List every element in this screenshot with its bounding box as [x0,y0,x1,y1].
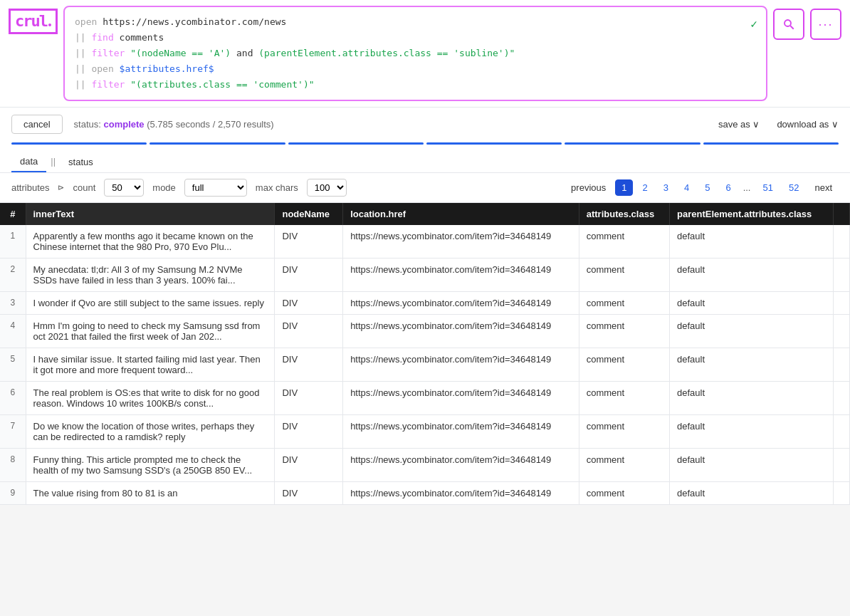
more-button[interactable]: ··· [810,9,841,40]
table-row: 9The value rising from 80 to 81 is anDIV… [0,482,850,505]
cmd-pipe-2: || [75,48,86,58]
col-header-parent-class[interactable]: parentElement.attributes.class [670,203,834,225]
row-inner-text: The value rising from 80 to 81 is an [26,482,275,505]
tab-bar: data || status [0,146,850,173]
max-chars-select[interactable]: 100 50 200 500 [307,179,347,197]
row-num: 1 [0,225,26,259]
row-inner-text: Hmm I'm going to need to check my Samsun… [26,315,275,348]
row-attributes-class: comment [579,259,669,292]
underline-6 [703,142,839,145]
logo: crul [9,9,58,34]
row-attributes-class: comment [579,292,669,315]
cmd-find-value: comments [120,32,164,43]
row-location-href: https://news.ycombinator.com/item?id=346… [343,292,579,315]
page-5-button[interactable]: 5 [698,179,716,196]
row-num: 9 [0,482,26,505]
col-header-location-href[interactable]: location.href [343,203,579,225]
checkmark-icon: ✓ [750,14,757,33]
table-row: 5I have similar issue. It started failin… [0,348,850,382]
row-inner-text: My anecdata: tl;dr: All 3 of my Samsung … [26,259,275,292]
row-extra [833,348,849,382]
table-row: 6The real problem is OS:es that write to… [0,382,850,415]
row-attributes-class: comment [579,225,669,259]
cmd-filter-keyword-1: filter [91,48,125,58]
cmd-open-keyword-2: open [91,63,113,74]
pagination: previous 1 2 3 4 5 6 ... 51 52 next [565,179,839,196]
col-header-attributes-class[interactable]: attributes.class [579,203,669,225]
previous-page-button[interactable]: previous [565,179,612,196]
cmd-line-4: || open $attributes.href$ [75,61,756,77]
cancel-button[interactable]: cancel [11,115,63,134]
row-attributes-class: comment [579,415,669,449]
cmd-find-keyword: find [91,32,113,43]
cmd-var: $attributes.href$ [120,63,214,74]
pagination-dots: ... [740,180,754,195]
row-location-href: https://news.ycombinator.com/item?id=346… [343,259,579,292]
page-2-button[interactable]: 2 [636,179,654,196]
row-num: 5 [0,348,26,382]
more-icon: ··· [818,17,833,32]
row-location-href: https://news.ycombinator.com/item?id=346… [343,348,579,382]
filter-icon: ⊳ [58,183,64,192]
row-parent-class: default [670,415,834,449]
max-chars-label: max chars [256,182,298,193]
cmd-filter-string-1b: (parentElement.attributes.class == 'subl… [253,48,515,58]
mode-label: mode [152,182,176,193]
command-box[interactable]: open https://news.ycombinator.com/news |… [63,6,767,101]
count-label: count [73,182,95,193]
table-row: 8Funny thing. This article prompted me t… [0,449,850,482]
tab-separator: || [49,152,57,172]
next-page-button[interactable]: next [808,179,839,196]
row-parent-class: default [670,449,834,482]
page-52-button[interactable]: 52 [782,179,805,196]
status-detail: (5.785 seconds / 2,570 results) [147,119,274,130]
cmd-filter-keyword-2: filter [91,79,125,90]
page-4-button[interactable]: 4 [678,179,696,196]
cmd-filter-string-2: "(attributes.class == 'comment')" [130,79,314,90]
page-6-button[interactable]: 6 [719,179,737,196]
row-location-href: https://news.ycombinator.com/item?id=346… [343,225,579,259]
row-parent-class: default [670,259,834,292]
row-attributes-class: comment [579,315,669,348]
row-attributes-class: comment [579,482,669,505]
attributes-label: attributes [11,182,49,193]
table-row: 4Hmm I'm going to need to check my Samsu… [0,315,850,348]
row-node-name: DIV [275,225,343,259]
cmd-pipe-4: || [75,79,86,90]
row-extra [833,315,849,348]
col-header-inner-text[interactable]: innerText [26,203,275,225]
underline-3 [288,142,424,145]
col-header-node-name[interactable]: nodeName [275,203,343,225]
cmd-pipe-3: || [75,63,86,74]
col-header-num: # [0,203,26,225]
table-body: 1Apparently a few months ago it became k… [0,225,850,505]
tab-underlines [0,141,850,146]
row-node-name: DIV [275,315,343,348]
tab-data[interactable]: data [11,152,46,172]
results-table-wrapper: # innerText nodeName location.href attri… [0,203,850,505]
page-51-button[interactable]: 51 [756,179,779,196]
row-location-href: https://news.ycombinator.com/item?id=346… [343,449,579,482]
tab-status[interactable]: status [60,152,102,172]
page-3-button[interactable]: 3 [657,179,675,196]
page-1-button[interactable]: 1 [615,179,633,196]
controls-bar: attributes ⊳ count 50 10 25 100 mode ful… [0,173,850,203]
row-parent-class: default [670,382,834,415]
download-as-button[interactable]: download as ∨ [777,119,839,130]
underline-4 [426,142,562,145]
cmd-line-1: open https://news.ycombinator.com/news [75,14,756,30]
cmd-and: and [236,48,253,58]
row-extra [833,449,849,482]
table-header-row: # innerText nodeName location.href attri… [0,203,850,225]
row-node-name: DIV [275,292,343,315]
table-row: 2My anecdata: tl;dr: All 3 of my Samsung… [0,259,850,292]
search-button[interactable] [773,9,804,40]
mode-select[interactable]: full summary compact [184,179,247,197]
status-value: complete [104,119,145,130]
save-as-button[interactable]: save as ∨ [718,119,760,130]
count-select[interactable]: 50 10 25 100 [104,179,144,197]
row-num: 8 [0,449,26,482]
row-num: 6 [0,382,26,415]
row-inner-text: The real problem is OS:es that write to … [26,382,275,415]
row-node-name: DIV [275,382,343,415]
